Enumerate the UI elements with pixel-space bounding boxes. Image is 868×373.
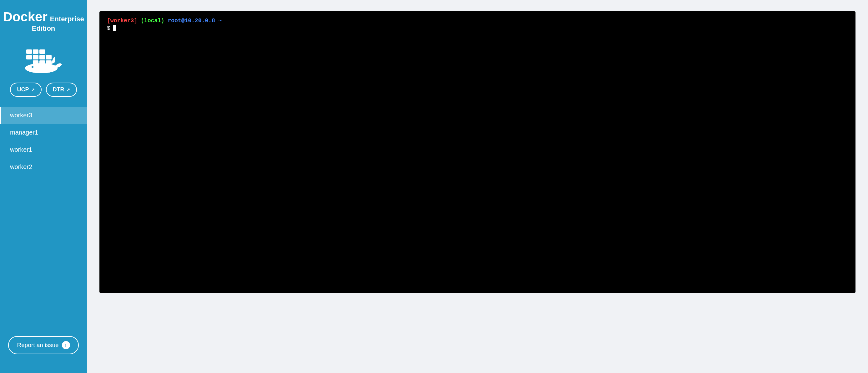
docker-whale-icon bbox=[23, 46, 64, 74]
svg-point-10 bbox=[25, 63, 58, 73]
dtr-button[interactable]: DTR ↗ bbox=[46, 83, 77, 97]
brand-enterprise-label: Enterprise bbox=[50, 15, 84, 23]
terminal-tilde: ~ bbox=[219, 18, 222, 24]
terminal-input-line: $ bbox=[107, 25, 848, 31]
terminal-prompt-line1: [worker3] (local) root@10.20.0.8 ~ bbox=[107, 18, 848, 24]
sidebar: Docker Enterprise Edition UCP ↗ DTR bbox=[0, 0, 87, 373]
report-issue-button[interactable]: Report an issue ! bbox=[8, 336, 79, 354]
external-link-buttons: UCP ↗ DTR ↗ bbox=[10, 83, 76, 97]
brand-title: Docker Enterprise bbox=[3, 9, 84, 24]
svg-rect-1 bbox=[33, 55, 38, 59]
ucp-external-icon: ↗ bbox=[31, 87, 35, 92]
terminal-host: root@10.20.0.8 bbox=[167, 18, 215, 24]
nav-item-label: worker3 bbox=[10, 112, 32, 119]
sidebar-item-worker1[interactable]: worker1 bbox=[0, 141, 87, 158]
brand-area: Docker Enterprise Edition bbox=[0, 9, 87, 32]
sidebar-item-worker2[interactable]: worker2 bbox=[0, 158, 87, 176]
terminal[interactable]: [worker3] (local) root@10.20.0.8 ~ $ bbox=[99, 11, 856, 293]
ucp-label: UCP bbox=[17, 86, 29, 93]
ucp-button[interactable]: UCP ↗ bbox=[10, 83, 41, 97]
sidebar-item-worker3[interactable]: worker3 bbox=[0, 107, 87, 124]
info-circle-icon: ! bbox=[62, 341, 70, 349]
svg-rect-0 bbox=[26, 55, 32, 59]
terminal-local-label: (local) bbox=[141, 18, 164, 24]
dtr-label: DTR bbox=[53, 86, 64, 93]
terminal-cursor bbox=[113, 25, 116, 31]
main-content: [worker3] (local) root@10.20.0.8 ~ $ bbox=[87, 0, 868, 373]
svg-rect-3 bbox=[46, 55, 52, 59]
svg-rect-2 bbox=[39, 55, 45, 59]
nav-item-label: worker2 bbox=[10, 163, 32, 170]
terminal-worker-node: [worker3] bbox=[107, 18, 137, 24]
brand-edition-label: Edition bbox=[32, 24, 55, 32]
svg-rect-5 bbox=[33, 50, 38, 54]
nav-item-label: worker1 bbox=[10, 146, 32, 153]
svg-point-11 bbox=[32, 66, 33, 68]
dtr-external-icon: ↗ bbox=[66, 87, 70, 92]
node-navigation: worker3 manager1 worker1 worker2 bbox=[0, 107, 87, 176]
brand-docker-label: Docker bbox=[3, 9, 47, 24]
terminal-dollar: $ bbox=[107, 25, 111, 31]
report-issue-label: Report an issue bbox=[17, 342, 59, 349]
nav-item-label: manager1 bbox=[10, 129, 38, 136]
svg-rect-6 bbox=[39, 50, 45, 54]
sidebar-item-manager1[interactable]: manager1 bbox=[0, 124, 87, 141]
svg-rect-4 bbox=[26, 50, 32, 54]
